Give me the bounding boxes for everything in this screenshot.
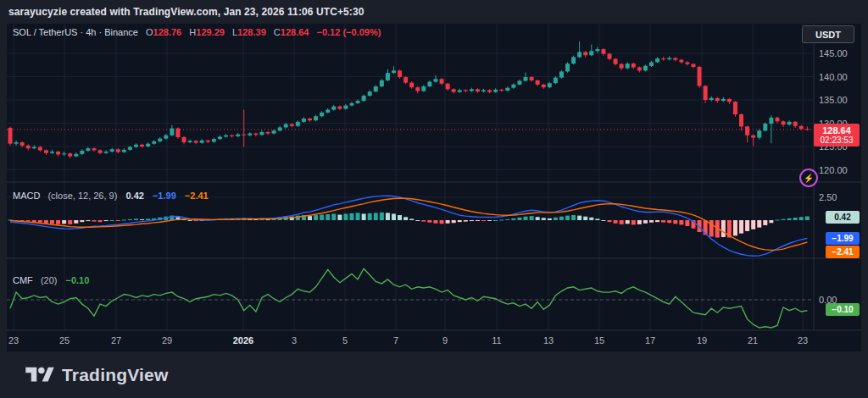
tradingview-logo[interactable]: TradingView [25,364,169,386]
macd-legend[interactable]: MACD (close, 12, 26, 9) 0.42 −1.99 −2.41 [13,191,209,201]
svg-text:7: 7 [393,335,398,345]
tradingview-logo-text: TradingView [62,365,169,385]
high-value: 129.29 [196,27,225,37]
chart-canvas[interactable]: 145.00140.00135.00130.00125.00120.002.50… [7,24,861,351]
chart-widget[interactable]: 145.00140.00135.00130.00125.00120.002.50… [7,24,861,351]
cmf-axis-label: −0.10 [826,303,860,316]
cmf-title: CMF [13,275,33,285]
svg-text:21: 21 [748,335,758,345]
macd-title: MACD [13,191,40,201]
attribution-bar: sarayucyzie created with TradingView.com… [0,0,868,24]
svg-text:13: 13 [543,335,554,345]
open-label: O [146,27,153,37]
svg-text:25: 25 [59,335,70,345]
footer-bar: TradingView [0,351,868,398]
macd-line-value: −1.99 [153,191,176,201]
close-value: 128.64 [281,27,309,37]
low-value: 128.39 [237,27,266,37]
change-value: −0.12 (−0.09%) [317,27,381,37]
currency-toggle-button[interactable]: USDT [802,25,854,43]
symbol-title: SOL / TetherUS · 4h · Binance [13,27,138,37]
svg-text:27: 27 [111,335,121,345]
svg-text:23: 23 [8,335,19,345]
last-price-value: 128.64 [822,125,851,135]
svg-text:19: 19 [697,335,707,345]
cmf-value: −0.10 [66,275,90,285]
macd-signal-axis-label: −2.41 [826,246,860,258]
close-label: C [274,27,281,37]
attribution-text: sarayucyzie created with TradingView.com… [8,6,364,18]
macd-hist-axis-label: 0.42 [826,211,860,224]
svg-text:145.00: 145.00 [819,48,848,58]
open-value: 128.76 [153,27,182,37]
svg-text:2026: 2026 [233,335,253,345]
grid-layer [7,24,814,330]
svg-text:135.00: 135.00 [819,95,848,105]
pane-separators [7,24,861,330]
svg-text:15: 15 [594,335,604,345]
cmf-params: (20) [41,275,58,285]
svg-text:140.00: 140.00 [819,72,848,82]
svg-text:23: 23 [798,335,808,345]
macd-line-axis-label: −1.99 [826,232,860,245]
cmf-line [10,268,807,328]
macd-hist-value: 0.42 [125,191,143,201]
svg-text:5: 5 [342,335,348,345]
main-legend[interactable]: SOL / TetherUS · 4h · Binance O128.76 H1… [13,27,381,37]
svg-text:11: 11 [492,335,501,345]
svg-text:9: 9 [442,335,448,345]
svg-text:120.00: 120.00 [819,165,848,175]
svg-text:3: 3 [292,335,297,345]
macd-params: (close, 12, 26, 9) [47,191,117,201]
svg-text:29: 29 [162,335,172,345]
macd-signal-value: −2.41 [185,191,209,201]
flash-icon[interactable]: ⚡ [799,169,818,187]
tradingview-logo-icon [25,364,54,386]
svg-text:2.50: 2.50 [819,192,837,202]
last-price-label: 128.64 02:23:53 [814,124,860,146]
svg-text:17: 17 [645,335,655,345]
bar-countdown: 02:23:53 [821,135,854,145]
cmf-legend[interactable]: CMF (20) −0.10 [13,275,89,285]
